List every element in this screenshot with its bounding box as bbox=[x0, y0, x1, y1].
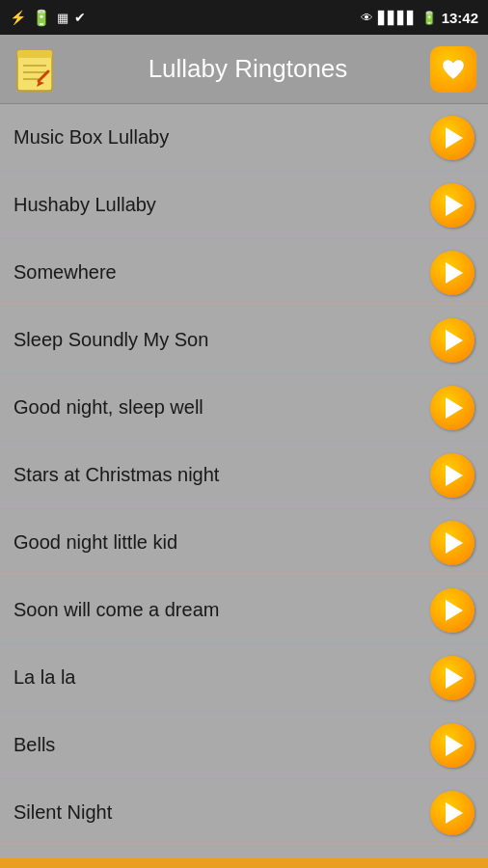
song-title: Bells bbox=[14, 734, 55, 756]
song-item: La la la bbox=[0, 644, 488, 712]
play-button[interactable] bbox=[430, 656, 474, 700]
play-icon bbox=[446, 330, 463, 351]
song-title: Somewhere bbox=[14, 261, 117, 284]
play-button[interactable] bbox=[430, 386, 474, 430]
play-button[interactable] bbox=[430, 116, 474, 160]
song-title: Hushaby Lullaby bbox=[14, 194, 156, 216]
status-right: 👁 ▋▋▋▋ 🔋 13:42 bbox=[361, 10, 478, 26]
song-item: Good night little kid bbox=[0, 509, 488, 577]
song-item: Soon will come a dream bbox=[0, 577, 488, 644]
song-item: Sleep Soundly My Son bbox=[0, 307, 488, 374]
usb-icon: ⚡ bbox=[10, 10, 26, 25]
app-icon bbox=[12, 46, 58, 93]
play-button[interactable] bbox=[430, 521, 474, 565]
play-icon bbox=[446, 127, 463, 149]
favorites-button[interactable] bbox=[430, 46, 476, 93]
song-title: Stars at Christmas night bbox=[14, 464, 219, 486]
play-button[interactable] bbox=[430, 723, 474, 768]
song-title: Music Box Lullaby bbox=[14, 126, 169, 149]
battery-status-icon: 🔋 bbox=[421, 11, 437, 25]
play-button[interactable] bbox=[430, 588, 474, 633]
play-button[interactable] bbox=[430, 183, 474, 228]
song-item: Hushaby Lullaby bbox=[0, 172, 488, 239]
song-item: Silent Night bbox=[0, 779, 488, 847]
signal-icon: ▋▋▋▋ bbox=[378, 11, 417, 25]
play-icon bbox=[446, 195, 463, 216]
clipboard-icon: ✔ bbox=[74, 10, 86, 25]
play-icon bbox=[446, 532, 463, 554]
play-icon bbox=[446, 667, 463, 689]
song-item: Somewhere bbox=[0, 239, 488, 307]
song-title: Silent Night bbox=[14, 801, 112, 824]
song-title: Soon will come a dream bbox=[14, 599, 219, 621]
play-icon bbox=[446, 802, 463, 824]
page-title: Lullaby Ringtones bbox=[66, 54, 430, 84]
song-item: Bells bbox=[0, 712, 488, 779]
song-item: Stars at Christmas night bbox=[0, 442, 488, 509]
battery-icon: 🔋 bbox=[32, 9, 51, 27]
play-button[interactable] bbox=[430, 318, 474, 363]
song-title: Good night little kid bbox=[14, 531, 177, 554]
bottom-bar bbox=[0, 858, 488, 868]
sim-icon: ▦ bbox=[57, 11, 68, 25]
play-button[interactable] bbox=[430, 791, 474, 835]
song-title: Sleep Soundly My Son bbox=[14, 329, 208, 351]
svg-rect-1 bbox=[17, 50, 52, 58]
app-header: Lullaby Ringtones bbox=[0, 35, 488, 104]
play-button[interactable] bbox=[430, 251, 474, 295]
play-icon bbox=[446, 262, 463, 284]
eye-icon: 👁 bbox=[361, 11, 373, 25]
song-item: Good night, sleep well bbox=[0, 374, 488, 442]
play-button[interactable] bbox=[430, 453, 474, 498]
status-bar: ⚡ 🔋 ▦ ✔ 👁 ▋▋▋▋ 🔋 13:42 bbox=[0, 0, 488, 35]
play-icon bbox=[446, 397, 463, 419]
play-icon bbox=[446, 465, 463, 486]
status-icons-left: ⚡ 🔋 ▦ ✔ bbox=[10, 9, 86, 27]
song-title: Good night, sleep well bbox=[14, 396, 203, 419]
status-time: 13:42 bbox=[442, 10, 478, 26]
play-icon bbox=[446, 735, 463, 756]
song-list: Music Box LullabyHushaby LullabySomewher… bbox=[0, 104, 488, 858]
song-title: La la la bbox=[14, 666, 76, 689]
play-icon bbox=[446, 600, 463, 621]
song-item: Music Box Lullaby bbox=[0, 104, 488, 172]
